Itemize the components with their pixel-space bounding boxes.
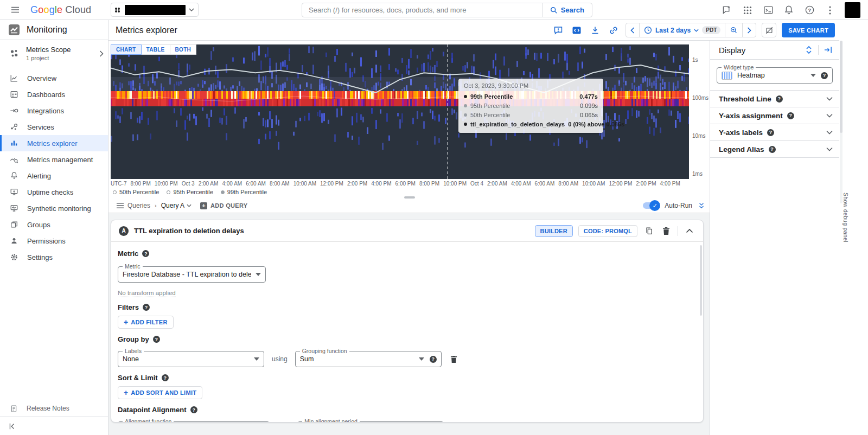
display-section-y-axis-assignment[interactable]: Y-axis assignment?: [710, 107, 839, 124]
section-help-icon[interactable]: ?: [767, 129, 774, 136]
builder-tab[interactable]: BUILDER: [535, 225, 573, 237]
display-section-threshold-line[interactable]: Threshold Line?: [710, 91, 839, 107]
page-scrollbar[interactable]: [840, 41, 843, 203]
apps-grid-icon[interactable]: [742, 4, 754, 16]
x-axis-tick: 2:00 AM: [199, 181, 219, 187]
display-panel-title: Display: [719, 46, 803, 55]
remove-group-by-icon[interactable]: [448, 353, 460, 365]
release-notes-link[interactable]: Release Notes: [0, 400, 108, 417]
sidebar-item-services[interactable]: Services: [0, 119, 108, 135]
sidebar-item-settings[interactable]: Settings: [0, 249, 108, 265]
metrics-scope-selector[interactable]: Metrics Scope 1 project: [0, 40, 108, 67]
card-scrollbar[interactable]: [700, 245, 702, 420]
more-vert-icon[interactable]: [824, 4, 836, 16]
section-help-icon[interactable]: ?: [769, 146, 776, 153]
user-avatar[interactable]: [845, 2, 860, 18]
show-debug-panel-button[interactable]: Show debug panel: [843, 193, 849, 242]
chart-view-tabs: CHART TABLE BOTH: [111, 44, 196, 55]
display-panel: Display Widget type Heatmap ? Threshold …: [710, 41, 839, 435]
x-axis-tick: 10:00 PM: [155, 181, 178, 187]
sidebar-item-metrics-management[interactable]: Metrics management: [0, 151, 108, 168]
legend-item[interactable]: 50th Percentile: [113, 189, 159, 195]
uptime-checks-icon: [10, 188, 18, 196]
search-button[interactable]: Search: [542, 3, 592, 17]
send-feedback-icon[interactable]: [721, 4, 733, 16]
legend-label: 50th Percentile: [119, 189, 159, 195]
group-by-help-icon[interactable]: ?: [153, 336, 160, 343]
add-filter-button[interactable]: +ADD FILTER: [118, 316, 174, 329]
metric-help-icon[interactable]: ?: [142, 250, 149, 257]
unfold-sections-icon[interactable]: [803, 44, 815, 56]
notifications-bell-icon[interactable]: [783, 4, 795, 16]
display-section-legend-alias[interactable]: Legend Alias?: [710, 141, 839, 158]
min-alignment-period-field[interactable]: Min alignment period 1m ?: [297, 421, 444, 423]
scope-title: Metrics Scope: [26, 46, 99, 54]
section-help-icon[interactable]: ?: [787, 112, 794, 119]
cloud-shell-icon[interactable]: [762, 4, 774, 16]
alignment-function-dropdown[interactable]: Alignment function Delta: [118, 421, 270, 423]
sidebar-item-overview[interactable]: Overview: [0, 70, 108, 86]
sort-limit-help-icon[interactable]: ?: [162, 374, 169, 381]
display-section-y-axis-labels[interactable]: Y-axis labels?: [710, 124, 839, 141]
add-query-button[interactable]: + ADD QUERY: [200, 202, 247, 209]
duplicate-query-icon[interactable]: [643, 225, 655, 237]
legend-item[interactable]: 95th Percentile: [167, 189, 213, 195]
sidebar-item-integrations[interactable]: Integrations: [0, 103, 108, 119]
grouping-function-dropdown[interactable]: Grouping function Sum ?: [295, 351, 442, 367]
alignment-help-icon[interactable]: ?: [190, 406, 197, 413]
sidebar-item-metrics-explorer[interactable]: Metrics explorer: [0, 135, 108, 151]
project-name-redacted: [125, 5, 186, 15]
chevron-down-icon: [187, 204, 192, 207]
auto-run-toggle[interactable]: ✓: [643, 202, 659, 209]
share-link-icon[interactable]: [607, 24, 620, 37]
tab-table[interactable]: TABLE: [142, 44, 170, 55]
google-cloud-logo[interactable]: Google Cloud: [30, 4, 91, 16]
sidebar-item-dashboards[interactable]: Dashboards: [0, 86, 108, 103]
zoom-chart-button[interactable]: [725, 23, 743, 37]
group-by-labels-dropdown[interactable]: Labels None: [118, 351, 264, 367]
view-as-code-icon[interactable]: [570, 24, 583, 37]
sidebar-item-alerting[interactable]: Alerting: [0, 168, 108, 184]
collapse-panel-icon[interactable]: [822, 44, 834, 56]
permissions-person-icon: [10, 236, 18, 245]
code-promql-tab[interactable]: CODE: PROMQL: [578, 225, 637, 237]
help-icon[interactable]: ?: [803, 4, 815, 16]
fullscreen-off-button[interactable]: [762, 23, 776, 37]
legend-item[interactable]: 99th Percentile: [221, 189, 267, 195]
delete-query-icon[interactable]: [660, 225, 672, 237]
widget-type-help-icon[interactable]: ?: [821, 72, 828, 79]
x-axis-tick: 10:00 PM: [443, 181, 467, 187]
time-back-button[interactable]: [626, 23, 640, 37]
sidebar-item-permissions[interactable]: Permissions: [0, 233, 108, 249]
time-forward-button[interactable]: [743, 23, 756, 37]
chart-feedback-icon[interactable]: [552, 24, 565, 37]
save-chart-button[interactable]: SAVE CHART: [782, 23, 835, 37]
tab-both[interactable]: BOTH: [170, 44, 197, 55]
grouping-help-icon[interactable]: ?: [430, 356, 437, 363]
collapse-card-icon[interactable]: [684, 225, 695, 237]
sidebar-item-synthetic-monitoring[interactable]: Synthetic monitoring: [0, 200, 108, 216]
sidebar-item-groups[interactable]: Groups: [0, 216, 108, 233]
y-axis-tick: 100ms: [692, 95, 709, 101]
search-input[interactable]: [302, 6, 542, 14]
metrics-management-icon: [10, 155, 18, 164]
sort-limit-section-title: Sort & Limit: [118, 374, 158, 382]
collapse-sidebar-icon[interactable]: [8, 423, 16, 430]
legend-marker-hollow: [113, 190, 117, 194]
hamburger-menu-icon[interactable]: [8, 3, 23, 17]
download-icon[interactable]: [589, 24, 602, 37]
metric-dropdown[interactable]: Metric Firestore Database - TTL expirati…: [118, 266, 266, 283]
widget-type-dropdown[interactable]: Widget type Heatmap ?: [717, 67, 833, 84]
no-transform-note[interactable]: No transform applied: [118, 290, 176, 297]
time-range-selector[interactable]: Last 2 days PDT: [640, 23, 725, 37]
queries-label[interactable]: Queries: [127, 202, 150, 209]
collapse-all-icon[interactable]: [698, 202, 705, 209]
filters-help-icon[interactable]: ?: [143, 304, 150, 311]
section-help-icon[interactable]: ?: [776, 95, 783, 103]
tab-chart[interactable]: CHART: [111, 44, 142, 55]
query-name-dropdown[interactable]: Query A: [161, 202, 192, 209]
project-selector[interactable]: [111, 3, 199, 17]
legend-label: 95th Percentile: [173, 189, 213, 195]
sidebar-item-uptime-checks[interactable]: Uptime checks: [0, 184, 108, 200]
add-sort-limit-button[interactable]: +ADD SORT AND LIMIT: [118, 386, 202, 399]
